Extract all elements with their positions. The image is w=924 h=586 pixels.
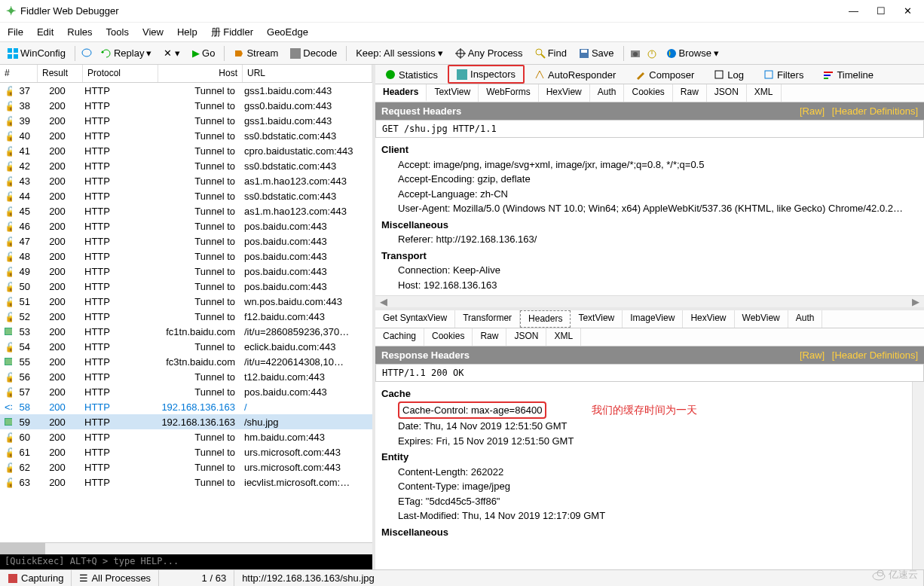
req-hdrdef-link[interactable]: [Header Definitions] bbox=[832, 105, 918, 117]
req-raw-link[interactable]: [Raw] bbox=[800, 105, 825, 117]
session-row[interactable]: 🔒47200HTTPTunnel topos.baidu.com:443 bbox=[0, 233, 372, 249]
resp-tab-transformer[interactable]: Transformer bbox=[455, 310, 520, 328]
req-tab-textview[interactable]: TextView bbox=[427, 84, 479, 102]
any-process-button[interactable]: Any Process bbox=[452, 46, 526, 60]
menu-file[interactable]: File bbox=[8, 26, 23, 38]
session-row[interactable]: 🔒61200HTTPTunnel tours.microsoft.com:443 bbox=[0, 444, 372, 459]
col-url[interactable]: URL bbox=[243, 65, 372, 82]
resp-vscroll[interactable] bbox=[912, 382, 924, 569]
menu-view[interactable]: View bbox=[142, 26, 164, 38]
session-row[interactable]: 🔒50200HTTPTunnel topos.baidu.com:443 bbox=[0, 279, 372, 294]
go-button[interactable]: ▶ Go bbox=[189, 46, 218, 60]
session-row[interactable]: <>58200HTTP192.168.136.163/ bbox=[0, 399, 372, 414]
req-tab-webforms[interactable]: WebForms bbox=[479, 84, 538, 102]
session-row[interactable]: 🔒63200HTTPTunnel toiecvlist.microsoft.co… bbox=[0, 475, 372, 490]
tab-timeline[interactable]: Timeline bbox=[813, 65, 883, 84]
menu-help[interactable]: Help bbox=[177, 26, 197, 38]
winconfig-button[interactable]: WinConfig bbox=[5, 46, 69, 60]
decode-button[interactable]: Decode bbox=[287, 46, 340, 60]
resp-tab-raw[interactable]: Raw bbox=[473, 328, 506, 346]
session-row[interactable]: 🔒60200HTTPTunnel tohm.baidu.com:443 bbox=[0, 429, 372, 444]
req-tab-headers[interactable]: Headers bbox=[375, 84, 427, 102]
session-row[interactable]: 🔒57200HTTPTunnel topos.baidu.com:443 bbox=[0, 384, 372, 399]
session-row[interactable]: 53200HTTPfc1tn.baidu.com/it/u=2860859236… bbox=[0, 324, 372, 339]
session-row[interactable]: 🔒40200HTTPTunnel toss0.bdstatic.com:443 bbox=[0, 128, 372, 143]
menu-edit[interactable]: Edit bbox=[37, 26, 54, 38]
session-row[interactable]: 🔒56200HTTPTunnel tot12.baidu.com:443 bbox=[0, 369, 372, 384]
browse-button[interactable]: Browse ▾ bbox=[663, 46, 722, 60]
resp-tab-textview[interactable]: TextView bbox=[571, 310, 623, 328]
session-row[interactable]: 🔒46200HTTPTunnel topos.baidu.com:443 bbox=[0, 218, 372, 233]
quickexec-bar[interactable]: [QuickExec] ALT+Q > type HELP... bbox=[0, 554, 372, 569]
col-id[interactable]: # bbox=[0, 65, 38, 82]
resp-tab-hexview[interactable]: HexView bbox=[683, 310, 734, 328]
resp-tab-imageview[interactable]: ImageView bbox=[623, 310, 683, 328]
close-button[interactable]: ✕ bbox=[904, 5, 912, 17]
resp-tab-json[interactable]: JSON bbox=[506, 328, 546, 346]
replay-button[interactable]: Replay ▾ bbox=[98, 46, 155, 60]
maximize-button[interactable]: ☐ bbox=[877, 5, 886, 17]
req-tab-xml[interactable]: XML bbox=[747, 84, 782, 102]
save-button[interactable]: Save bbox=[576, 46, 617, 60]
grid-body[interactable]: 🔒37200HTTPTunnel togss1.baidu.com:443🔒38… bbox=[0, 83, 372, 542]
col-host[interactable]: Host bbox=[158, 65, 243, 82]
menu-tools[interactable]: Tools bbox=[106, 26, 129, 38]
req-tab-auth[interactable]: Auth bbox=[590, 84, 625, 102]
minimize-button[interactable]: ― bbox=[849, 5, 858, 17]
tab-filters[interactable]: Filters bbox=[754, 65, 813, 84]
resp-tab-xml[interactable]: XML bbox=[546, 328, 581, 346]
session-row[interactable]: 🔒45200HTTPTunnel toas1.m.hao123.com:443 bbox=[0, 203, 372, 218]
session-row[interactable]: 🔒41200HTTPTunnel tocpro.baidustatic.com:… bbox=[0, 143, 372, 158]
tab-composer[interactable]: Composer bbox=[626, 65, 704, 84]
session-host: Tunnel to bbox=[155, 100, 240, 111]
session-row[interactable]: 🔒43200HTTPTunnel toas1.m.hao123.com:443 bbox=[0, 173, 372, 188]
session-row[interactable]: 🔒42200HTTPTunnel toss0.bdstatic.com:443 bbox=[0, 158, 372, 173]
status-all-processes[interactable]: ☰ All Processes bbox=[72, 570, 159, 586]
menu-fiddler-book[interactable]: 册 Fiddler bbox=[211, 26, 253, 39]
req-tab-raw[interactable]: Raw bbox=[673, 84, 707, 102]
resp-tab-cookies[interactable]: Cookies bbox=[424, 328, 473, 346]
resp-raw-link[interactable]: [Raw] bbox=[800, 349, 825, 361]
find-button[interactable]: Find bbox=[532, 46, 570, 60]
remove-button[interactable]: ✕ ▾ bbox=[161, 46, 183, 60]
h-scrollbar[interactable] bbox=[0, 542, 372, 554]
resp-hdrdef-link[interactable]: [Header Definitions] bbox=[832, 349, 918, 361]
timer-icon[interactable] bbox=[647, 48, 657, 59]
req-tab-cookies[interactable]: Cookies bbox=[624, 84, 672, 102]
session-row[interactable]: 🔒44200HTTPTunnel toss0.bdstatic.com:443 bbox=[0, 188, 372, 203]
session-row[interactable]: 55200HTTPfc3tn.baidu.com/it/u=4220614308… bbox=[0, 354, 372, 369]
stream-button[interactable]: Stream bbox=[231, 46, 281, 60]
req-hscroll[interactable]: ◀▶ bbox=[375, 295, 924, 307]
comment-icon[interactable] bbox=[81, 48, 92, 59]
tab-autoresponder[interactable]: AutoResponder bbox=[525, 65, 626, 84]
session-url: cpro.baidustatic.com:443 bbox=[240, 145, 372, 157]
req-connection: Connection: Keep-Alive bbox=[381, 263, 918, 278]
session-row[interactable]: 🔒39200HTTPTunnel togss1.baidu.com:443 bbox=[0, 113, 372, 128]
session-row[interactable]: 🔒37200HTTPTunnel togss1.baidu.com:443 bbox=[0, 83, 372, 98]
menu-geoedge[interactable]: GeoEdge bbox=[267, 26, 308, 38]
tab-statistics[interactable]: Statistics bbox=[375, 65, 448, 84]
session-row[interactable]: 🔒49200HTTPTunnel topos.baidu.com:443 bbox=[0, 264, 372, 279]
tab-inspectors[interactable]: Inspectors bbox=[448, 65, 525, 84]
col-result[interactable]: Result bbox=[38, 65, 83, 82]
keep-sessions-dropdown[interactable]: Keep: All sessions ▾ bbox=[353, 46, 446, 60]
req-tab-json[interactable]: JSON bbox=[707, 84, 747, 102]
session-row[interactable]: 🔒51200HTTPTunnel town.pos.baidu.com:443 bbox=[0, 294, 372, 309]
resp-tab-syntax[interactable]: Get SyntaxView bbox=[375, 310, 455, 328]
session-row[interactable]: 🔒54200HTTPTunnel toeclick.baidu.com:443 bbox=[0, 339, 372, 354]
tab-log[interactable]: Log bbox=[704, 65, 754, 84]
menu-rules[interactable]: Rules bbox=[67, 26, 92, 38]
session-row[interactable]: 🔒62200HTTPTunnel tours.microsoft.com:443 bbox=[0, 459, 372, 475]
req-tab-hexview[interactable]: HexView bbox=[539, 84, 590, 102]
status-capturing[interactable]: Capturing bbox=[0, 570, 72, 586]
col-protocol[interactable]: Protocol bbox=[83, 65, 158, 82]
resp-tab-webview[interactable]: WebView bbox=[735, 310, 788, 328]
resp-tab-caching[interactable]: Caching bbox=[375, 328, 424, 346]
session-row[interactable]: 🔒52200HTTPTunnel tof12.baidu.com:443 bbox=[0, 309, 372, 324]
resp-tab-headers[interactable]: Headers bbox=[520, 310, 571, 328]
session-row[interactable]: 59200HTTP192.168.136.163/shu.jpg bbox=[0, 414, 372, 429]
camera-icon[interactable] bbox=[630, 48, 641, 59]
resp-tab-auth[interactable]: Auth bbox=[788, 310, 823, 328]
session-row[interactable]: 🔒38200HTTPTunnel togss0.baidu.com:443 bbox=[0, 98, 372, 113]
session-row[interactable]: 🔒48200HTTPTunnel topos.baidu.com:443 bbox=[0, 249, 372, 264]
